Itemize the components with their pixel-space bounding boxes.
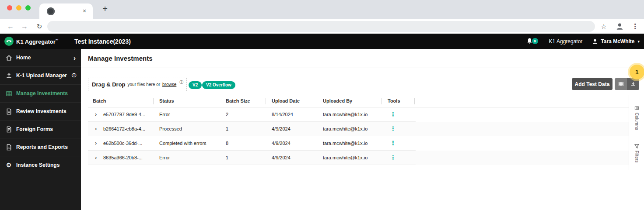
sidebar: Home › K-1 Upload Manager ⓘ Manage Inves… <box>0 49 81 210</box>
row-expand-icon[interactable]: › <box>95 140 97 146</box>
row-tools-menu-icon[interactable]: ⋮ <box>390 111 396 117</box>
table-row[interactable]: › e62b500c-36dd-... Completed with error… <box>88 136 629 151</box>
column-header-upload-date[interactable]: Upload Date <box>272 98 300 103</box>
table-row[interactable]: › 8635a366-20b8-... Error 1 4/9/2024 tar… <box>88 151 629 165</box>
row-expand-icon[interactable]: › <box>95 125 97 132</box>
tab-close-icon[interactable]: × <box>80 7 88 15</box>
export-download-button[interactable] <box>627 78 639 90</box>
columns-panel-tab[interactable]: Columns <box>629 106 644 130</box>
column-divider <box>414 98 415 104</box>
document-check-icon <box>5 108 12 115</box>
v2-overflow-badge: V2 Overflow <box>202 81 235 89</box>
column-divider <box>153 98 154 104</box>
browse-link[interactable]: browse <box>162 82 176 87</box>
add-test-data-button[interactable]: Add Test Data <box>572 78 612 90</box>
sidebar-item-home[interactable]: Home › <box>0 49 81 67</box>
instance-title: Test Instance(2023) <box>74 38 131 45</box>
table-icon <box>618 81 624 87</box>
header-right-cluster: 8 K1 Aggregator Tara McWhite ▾ <box>526 34 640 49</box>
cell-batch: b2664172-eb8a-4... <box>103 126 145 131</box>
home-icon <box>5 55 12 61</box>
user-menu[interactable]: Tara McWhite ▾ <box>592 38 640 45</box>
table-row[interactable]: › b2664172-eb8a-4... Processed 1 4/9/202… <box>88 122 629 136</box>
sidebar-item-label: Review Investments <box>16 108 66 114</box>
file-dropzone[interactable]: Drag & Drop your files here or browse ⓘ <box>88 78 187 91</box>
cell-status: Completed with errors <box>159 141 206 146</box>
column-header-batch[interactable]: Batch <box>93 98 106 103</box>
info-icon: ⓘ <box>72 72 76 79</box>
report-chart-icon <box>5 144 12 151</box>
cell-batch-size: 1 <box>226 155 228 160</box>
new-tab-button[interactable]: + <box>100 4 110 14</box>
sidebar-item-foreign-forms[interactable]: Foreign Forms <box>0 120 81 138</box>
browser-menu-icon[interactable]: ⋮ <box>630 19 640 34</box>
row-tools-menu-icon[interactable]: ⋮ <box>390 140 396 146</box>
info-icon: ⓘ <box>179 79 183 85</box>
row-tools-menu-icon[interactable]: ⋮ <box>390 154 396 161</box>
cell-uploaded-by: tara.mcwhite@k1x.io <box>323 126 368 131</box>
chevron-right-icon: › <box>74 55 76 61</box>
cell-batch: 8635a366-20b8-... <box>103 155 143 160</box>
browser-profile-icon[interactable] <box>614 19 625 34</box>
tab-favicon-icon <box>47 7 55 15</box>
view-actions-group <box>615 78 639 90</box>
cell-upload-date: 4/9/2024 <box>272 141 290 146</box>
cell-upload-date: 8/14/2024 <box>272 112 293 117</box>
main-content: Manage Investments Drag & Drop your file… <box>81 49 644 210</box>
reload-icon[interactable]: ↻ <box>34 19 45 34</box>
forward-icon[interactable]: → <box>19 19 30 34</box>
table-row[interactable]: › e5707797-9de9-4... Error 2 8/14/2024 t… <box>88 107 629 122</box>
sidebar-item-manage-investments[interactable]: Manage Investments <box>0 85 81 103</box>
sidebar-item-instance-settings[interactable]: ⚙ Instance Settings <box>0 156 81 174</box>
gear-icon: ⚙ <box>5 162 12 168</box>
table-view-button[interactable] <box>615 78 627 90</box>
k1-aggregator-logo-icon <box>4 37 14 46</box>
sidebar-item-label: Manage Investments <box>16 90 68 96</box>
column-header-tools[interactable]: Tools <box>388 98 400 103</box>
dropzone-subtext: your files here or <box>128 82 160 87</box>
bookmark-star-icon[interactable]: ☆ <box>598 19 609 34</box>
brand-name: K1 Aggregator™ <box>16 38 59 45</box>
user-name: Tara McWhite <box>601 38 634 45</box>
notifications-button[interactable]: 8 <box>526 37 539 46</box>
row-expand-icon[interactable]: › <box>95 154 97 161</box>
screen: × + ← → ↻ ☆ ⋮ K1 Aggregator™ Test Instan… <box>0 0 644 210</box>
address-bar[interactable] <box>47 21 595 32</box>
column-header-batch-size[interactable]: Batch Size <box>226 98 250 103</box>
column-divider <box>266 98 266 104</box>
sidebar-item-label: Home <box>16 55 31 61</box>
sidebar-item-review-investments[interactable]: Review Investments <box>0 103 81 120</box>
row-expand-icon[interactable]: › <box>95 111 97 117</box>
columns-panel-label: Columns <box>634 113 639 130</box>
sidebar-item-label: Reports and Exports <box>16 144 68 150</box>
sidebar-item-label: Instance Settings <box>16 162 60 168</box>
dropzone-heading: Drag & Drop <box>92 81 126 88</box>
notification-count-badge: 8 <box>532 38 538 44</box>
columns-icon <box>634 106 639 110</box>
cell-upload-date: 4/9/2024 <box>272 126 290 131</box>
annotation-badge: 1 <box>630 65 644 79</box>
window-minimize-button[interactable] <box>16 5 21 10</box>
sidebar-item-label: K-1 Upload Manager <box>16 72 67 79</box>
browser-toolbar: ← → ↻ ☆ ⋮ <box>0 19 644 34</box>
filters-panel-tab[interactable]: Filters <box>629 144 644 162</box>
cell-status: Error <box>159 112 170 117</box>
row-tools-menu-icon[interactable]: ⋮ <box>390 125 396 132</box>
cell-status: Error <box>159 155 170 160</box>
cell-uploaded-by: tara.mcwhite@k1x.io <box>323 112 368 117</box>
cell-upload-date: 4/9/2024 <box>272 155 290 160</box>
upload-icon <box>5 72 12 79</box>
cell-batch-size: 2 <box>226 112 228 117</box>
form-document-icon <box>5 126 12 133</box>
back-icon[interactable]: ← <box>5 19 16 34</box>
app-link[interactable]: K1 Aggregator <box>549 38 583 45</box>
sidebar-item-k1-upload-manager[interactable]: K-1 Upload Manager ⓘ <box>0 67 81 85</box>
browser-tab[interactable]: × <box>39 3 93 19</box>
column-header-status[interactable]: Status <box>159 98 174 103</box>
filter-funnel-icon <box>634 144 639 148</box>
window-zoom-button[interactable] <box>25 5 31 10</box>
window-close-button[interactable] <box>7 5 12 10</box>
sidebar-item-reports-and-exports[interactable]: Reports and Exports <box>0 138 81 156</box>
user-icon <box>592 38 598 45</box>
column-header-uploaded-by[interactable]: Uploaded By <box>323 98 352 103</box>
